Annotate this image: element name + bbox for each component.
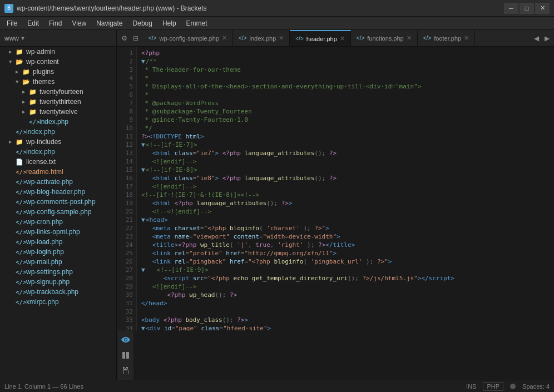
sidebar-label: index.php xyxy=(26,148,55,156)
sidebar-item-wp-load[interactable]: </> wp-load.php xyxy=(0,237,116,247)
tab-close-button[interactable]: ✕ xyxy=(407,34,412,42)
sidebar-item-wp-activate[interactable]: </> wp-activate.php xyxy=(0,177,116,187)
tab-split-button[interactable]: ⊟ xyxy=(131,34,141,42)
tab-wp-config-sample[interactable]: </> wp-config-sample.php ✕ xyxy=(143,30,233,46)
maximize-button[interactable]: □ xyxy=(520,3,534,14)
sidebar-item-plugins[interactable]: ▶ 📁 plugins xyxy=(0,67,116,77)
folder-icon: 📂 xyxy=(22,78,31,86)
code-text[interactable]: <?php ▼/** * The·Header·for·our·theme * … xyxy=(137,47,554,331)
close-button[interactable]: ✕ xyxy=(535,3,550,14)
file-tree-sidebar: www ▼ ▶ 📁 wp-admin ▼ 📂 wp-content ▶ 📁 pl… xyxy=(0,30,117,380)
extension-icon[interactable] xyxy=(119,364,132,378)
folder-icon: 📁 xyxy=(16,48,24,56)
sidebar-item-wp-includes[interactable]: ▶ 📁 wp-includes xyxy=(0,137,116,147)
php-file-icon: </> xyxy=(16,299,24,306)
sidebar-label: wp-settings.php xyxy=(26,268,73,276)
sidebar-item-license[interactable]: 📄 license.txt xyxy=(0,157,116,167)
tab-close-button[interactable]: ✕ xyxy=(222,34,227,42)
sidebar-item-wp-signup[interactable]: </> wp-signup.php xyxy=(0,277,116,287)
statusbar-right: INS PHP Spaces: 4 xyxy=(466,382,550,391)
sidebar-item-wp-blog-header[interactable]: </> wp-blog-header.php xyxy=(0,187,116,197)
tree-arrow: ▶ xyxy=(9,139,16,145)
sidebar-item-xmlrpc[interactable]: </> xmlrpc.php xyxy=(0,297,116,307)
tab-close-button[interactable]: ✕ xyxy=(279,34,284,42)
sidebar-item-themes[interactable]: ▼ 📂 themes xyxy=(0,77,116,87)
folder-icon: 📁 xyxy=(29,88,38,96)
tab-prev-button[interactable]: ◀ xyxy=(532,34,541,42)
tab-footer[interactable]: </> footer.php ✕ xyxy=(418,30,475,46)
php-icon: </> xyxy=(357,35,364,41)
svg-rect-1 xyxy=(126,352,129,359)
html-file-icon: </> xyxy=(16,168,24,176)
language-mode[interactable]: PHP xyxy=(483,382,503,391)
php-file-icon: </> xyxy=(16,279,24,286)
statusbar: Line 1, Column 1 — 66 Lines INS PHP Spac… xyxy=(0,380,554,392)
php-file-icon: </> xyxy=(16,209,24,216)
sidebar-label: themes xyxy=(33,78,55,86)
sidebar-header: www ▼ xyxy=(0,30,116,47)
menu-edit[interactable]: Edit xyxy=(23,18,43,28)
sidebar-item-index2[interactable]: </> index.php xyxy=(0,147,116,157)
tab-label: index.php xyxy=(250,35,276,42)
window-title: wp-content/themes/twentyfourteen/header.… xyxy=(17,4,207,12)
tab-label: wp-config-sample.php xyxy=(159,35,219,42)
php-file-icon: </> xyxy=(16,178,24,186)
sidebar-item-wp-mail[interactable]: </> wp-mail.php xyxy=(0,257,116,267)
menu-find[interactable]: Find xyxy=(44,18,66,28)
sidebar-label: wp-config-sample.php xyxy=(26,208,91,216)
sidebar-item-twentythirteen[interactable]: ▶ 📁 twentythirteen xyxy=(0,97,116,107)
minimize-button[interactable]: ─ xyxy=(504,3,518,14)
titlebar: B wp-content/themes/twentyfourteen/heade… xyxy=(0,0,554,17)
tab-index[interactable]: </> index.php ✕ xyxy=(233,30,290,46)
sidebar-label: wp-includes xyxy=(26,138,61,146)
sidebar-label: wp-blog-header.php xyxy=(26,188,85,196)
folder-icon: 📁 xyxy=(22,68,31,76)
tab-header[interactable]: </> header.php ✕ xyxy=(290,30,351,46)
code-editor[interactable]: 12345 678910 1112131415 1617181920 21222… xyxy=(117,47,554,331)
sidebar-item-wp-trackback[interactable]: </> wp-trackback.php xyxy=(0,287,116,297)
menu-emmet[interactable]: Emmet xyxy=(182,18,212,28)
tab-settings-button[interactable]: ⚙ xyxy=(119,34,130,42)
sidebar-item-twentytwelve[interactable]: ▶ 📁 twentytwelve xyxy=(0,107,116,117)
sidebar-item-wp-settings[interactable]: </> wp-settings.php xyxy=(0,267,116,277)
tab-close-button[interactable]: ✕ xyxy=(464,34,469,42)
app-icon: B xyxy=(4,4,13,13)
sidebar-item-wp-login[interactable]: </> wp-login.php xyxy=(0,247,116,257)
file-compare-icon[interactable] xyxy=(119,349,132,362)
tree-arrow: ▶ xyxy=(9,49,16,54)
tab-bar-controls: ⚙ ⊟ xyxy=(117,30,143,46)
insert-mode: INS xyxy=(466,383,476,390)
sidebar-label: twentyfourteen xyxy=(39,88,83,96)
sidebar-label: index.php xyxy=(39,118,68,126)
project-arrow: ▼ xyxy=(21,35,24,41)
sidebar-item-wp-content[interactable]: ▼ 📂 wp-content xyxy=(0,57,116,67)
sidebar-label: wp-content xyxy=(26,58,59,66)
sidebar-item-wp-links-opml[interactable]: </> wp-links-opml.php xyxy=(0,227,116,237)
sidebar-item-readme[interactable]: </> readme.html xyxy=(0,167,116,177)
sidebar-item-wp-config-sample[interactable]: </> wp-config-sample.php xyxy=(0,207,116,217)
php-file-icon: </> xyxy=(16,148,24,156)
sidebar-item-wp-cron[interactable]: </> wp-cron.php xyxy=(0,217,116,227)
spaces-setting[interactable]: Spaces: 4 xyxy=(522,383,550,390)
live-preview-icon[interactable] xyxy=(119,333,132,346)
menu-navigate[interactable]: Navigate xyxy=(92,18,127,28)
menu-view[interactable]: View xyxy=(67,18,91,28)
menu-debug[interactable]: Debug xyxy=(128,18,157,28)
php-file-icon: </> xyxy=(16,259,24,266)
menu-file[interactable]: File xyxy=(2,18,22,28)
sidebar-item-themes-index[interactable]: </> index.php xyxy=(0,117,116,127)
tab-functions[interactable]: </> functions.php ✕ xyxy=(351,30,418,46)
sidebar-item-wp-admin[interactable]: ▶ 📁 wp-admin xyxy=(0,47,116,57)
sidebar-label: readme.html xyxy=(26,168,63,176)
project-name[interactable]: www xyxy=(4,34,19,42)
sidebar-item-twentyfourteen[interactable]: ▶ 📁 twentyfourteen xyxy=(0,87,116,97)
cursor-position: Line 1, Column 1 — 66 Lines xyxy=(4,383,83,390)
php-file-icon: </> xyxy=(16,249,24,256)
tab-next-button[interactable]: ▶ xyxy=(542,34,552,42)
menu-help[interactable]: Help xyxy=(158,18,181,28)
sidebar-label: wp-admin xyxy=(26,48,55,56)
tab-close-button[interactable]: ✕ xyxy=(340,35,345,42)
php-file-icon: </> xyxy=(29,118,38,126)
sidebar-item-index[interactable]: </> index.php xyxy=(0,127,116,137)
sidebar-item-wp-comments-post[interactable]: </> wp-comments-post.php xyxy=(0,197,116,207)
